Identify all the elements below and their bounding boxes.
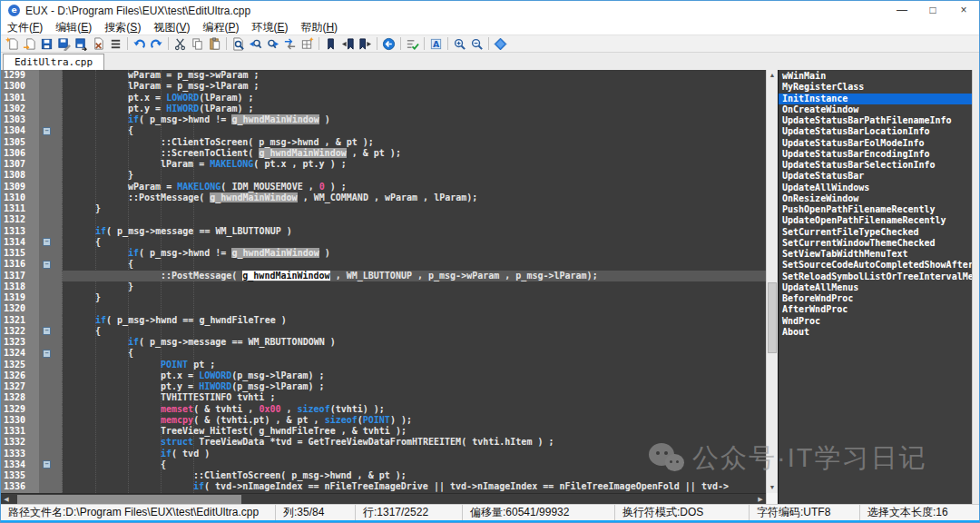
save-button[interactable] — [38, 35, 55, 52]
code-line[interactable]: 1322−{ — [1, 326, 766, 337]
find-prev-button[interactable] — [247, 35, 264, 52]
symbol-item[interactable]: InitInstance — [779, 94, 972, 104]
code-line[interactable]: 1299wParam = p_msg->wParam ; — [1, 70, 766, 81]
symbol-item[interactable]: UpdateStatusBarEolModeInfo — [779, 138, 972, 149]
code-line[interactable]: 1304−{ — [1, 125, 766, 136]
copy-button[interactable] — [189, 35, 206, 52]
code-line[interactable]: 1323if( p_msg->message == WM_RBUTTONDOWN… — [1, 337, 766, 348]
symbol-item[interactable]: SetViewTabWidthMenuText — [779, 249, 972, 260]
scroll-down-icon[interactable]: ▼ — [767, 482, 778, 493]
find-next-button[interactable] — [264, 35, 281, 52]
undo-button[interactable] — [131, 35, 148, 52]
scroll-up-icon[interactable]: ▲ — [767, 70, 778, 81]
code-line[interactable]: 1324−{ — [1, 348, 766, 359]
symbol-item[interactable]: UpdateStatusBarEncodingInfo — [779, 149, 972, 160]
code-line[interactable]: 1312 — [1, 214, 766, 225]
menu-item[interactable]: 帮助(H) — [294, 20, 344, 35]
code-line[interactable]: 1319} — [1, 292, 766, 303]
code-line[interactable]: 1331TreeView_HitTest( g_hwndFileTree , &… — [1, 426, 766, 437]
code-line[interactable]: 1314−{ — [1, 237, 766, 248]
code-line[interactable]: 1302pt.y = HIWORD(lParam) ; — [1, 104, 766, 114]
zoom-in-button[interactable] — [451, 35, 468, 52]
bookmark-button[interactable] — [322, 35, 339, 52]
code-line[interactable]: 1336if( tvd->nImageIndex == nFileTreeIma… — [1, 481, 766, 492]
code-line[interactable]: 1325POINT pt ; — [1, 360, 766, 370]
code-line[interactable]: 1334−{ — [1, 459, 766, 470]
open-file-button[interactable] — [21, 35, 38, 52]
menu-item[interactable]: 编辑(E) — [49, 20, 98, 35]
vertical-scroll-thumb[interactable] — [768, 282, 777, 353]
code-line[interactable]: 1332struct TreeViewData *tvd = GetTreeVi… — [1, 437, 766, 448]
new-file-button[interactable] — [4, 35, 21, 52]
file-list-button[interactable] — [107, 35, 124, 52]
menu-item[interactable]: 搜索(S) — [98, 20, 147, 35]
symbol-item[interactable]: UpdateOpenPathFilenameRecently — [779, 215, 972, 226]
code-line[interactable]: 1321if( p_msg->hwnd == g_hwndFileTree ) — [1, 315, 766, 326]
code-line[interactable]: 1326pt.x = LOWORD(p_msg->lParam) ; — [1, 370, 766, 381]
close-button[interactable]: × — [948, 1, 979, 20]
horizontal-scroll-thumb[interactable] — [17, 495, 241, 504]
fold-marker-icon[interactable]: − — [43, 460, 51, 469]
code-line[interactable]: 1306::ScreenToClient( g_hwndMainWindow ,… — [1, 148, 766, 159]
find-in-files-button[interactable] — [299, 35, 316, 52]
tab-editultra-cpp[interactable]: EditUltra.cpp — [3, 54, 104, 70]
code-line[interactable]: 1317::PostMessage( g_hwndMainWindow , WM… — [1, 271, 766, 281]
symbol-item[interactable]: UpdateStatusBar — [779, 171, 972, 182]
symbol-item[interactable]: BeforeWndProc — [779, 293, 972, 304]
fold-marker-icon[interactable]: − — [43, 238, 51, 246]
code-line[interactable]: 1301pt.x = LOWORD(lParam) ; — [1, 93, 766, 104]
fold-marker-icon[interactable]: − — [43, 127, 51, 135]
menu-item[interactable]: 编程(P) — [196, 20, 245, 35]
code-line[interactable]: 1330memcpy( & (tvhti.pt) , & pt , sizeof… — [1, 415, 766, 426]
symbol-item[interactable]: UpdateStatusBarSelectionInfo — [779, 160, 972, 171]
symbol-item[interactable]: SetReloadSymbolListOrTreeIntervalMe — [779, 271, 972, 282]
code-line[interactable]: 1316−{ — [1, 259, 766, 270]
code-line[interactable]: 1303if( p_msg->hwnd != g_hwndMainWindow … — [1, 114, 766, 125]
code-line[interactable]: 1313if( p_msg->message == WM_LBUTTONUP ) — [1, 226, 766, 237]
bookmark-next-button[interactable] — [357, 35, 374, 52]
code-line[interactable]: 1335::ClientToScreen( p_msg->hwnd , & pt… — [1, 470, 766, 481]
symbol-item[interactable]: AfterWndProc — [779, 304, 972, 315]
vertical-scrollbar[interactable]: ▲ ▼ — [766, 70, 778, 504]
symbol-item[interactable]: OnCreateWindow — [779, 104, 972, 115]
save-modify-button[interactable] — [55, 35, 73, 52]
code-line[interactable]: 1320 — [1, 303, 766, 314]
menu-item[interactable]: 文件(F) — [1, 20, 49, 35]
code-line[interactable]: 1300lParam = p_msg->lParam ; — [1, 81, 766, 92]
horizontal-scroll-track[interactable] — [12, 494, 755, 505]
symbol-item[interactable]: PushOpenPathFilenameRecently — [779, 204, 972, 215]
zoom-out-button[interactable] — [468, 35, 485, 52]
vertical-scroll-track[interactable] — [767, 81, 778, 482]
code-line[interactable]: 1333if( tvd ) — [1, 449, 766, 459]
code-line[interactable]: 1327pt.y = HIWORD(p_msg->lParam) ; — [1, 381, 766, 392]
syntax-check-button[interactable] — [404, 35, 421, 52]
symbol-item[interactable]: SetCurrentWindowThemeChecked — [779, 238, 972, 249]
code-line[interactable]: 1318} — [1, 281, 766, 292]
bookmark-prev-button[interactable] — [339, 35, 357, 52]
symbol-item[interactable]: OnResizeWindow — [779, 193, 972, 204]
scroll-right-icon[interactable]: ▶ — [755, 496, 766, 503]
back-button[interactable] — [380, 35, 397, 52]
about-button[interactable] — [492, 35, 509, 52]
color-scheme-button[interactable] — [427, 35, 445, 52]
code-line[interactable]: 1309wParam = MAKELONG( IDM_MOUSEMOVE , 0… — [1, 182, 766, 192]
symbol-item[interactable]: wWinMain — [779, 71, 972, 82]
cut-button[interactable] — [172, 35, 189, 52]
symbol-item[interactable]: UpdateStatusBarPathFilenameInfo — [779, 115, 972, 126]
fold-marker-icon[interactable]: − — [43, 350, 51, 358]
symbol-item[interactable]: WndProc — [779, 316, 972, 327]
fold-marker-icon[interactable]: − — [43, 327, 51, 335]
paste-button[interactable] — [206, 35, 223, 52]
code-line[interactable]: 1311} — [1, 203, 766, 214]
code-line[interactable]: 1329memset( & tvhti , 0x00 , sizeof(tvht… — [1, 404, 766, 415]
horizontal-scrollbar[interactable]: ◀ ▶ — [1, 493, 766, 504]
code-line[interactable]: 1315if( p_msg->hwnd != g_hwndMainWindow … — [1, 248, 766, 259]
symbol-item[interactable]: SetSourceCodeAutoCompletedShowAfter — [779, 260, 972, 271]
symbol-item[interactable]: About — [779, 327, 972, 338]
replace-button[interactable] — [281, 35, 299, 52]
code-line[interactable]: 1308} — [1, 170, 766, 181]
menu-item[interactable]: 视图(V) — [147, 20, 196, 35]
symbol-item[interactable]: SetCurrentFileTypeChecked — [779, 227, 972, 238]
scroll-left-icon[interactable]: ◀ — [1, 496, 12, 503]
fold-marker-icon[interactable]: − — [43, 261, 51, 269]
